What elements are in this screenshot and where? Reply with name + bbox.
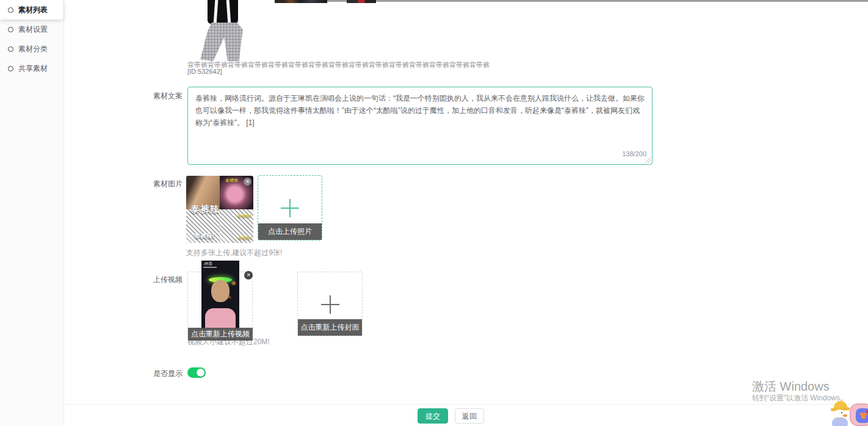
upload-photo-button[interactable]: 点击上传照片 <box>258 175 322 240</box>
meme-text: 泰裤辣 <box>225 178 238 184</box>
suspender-strap <box>214 0 219 24</box>
submit-button[interactable]: 提交 <box>418 408 448 424</box>
sidebar-item-material-category[interactable]: 素材分类 <box>0 39 63 59</box>
copy-textarea[interactable]: 泰裤辣，网络流行词。源自于王琳凯在演唱会上说的一句话：“我是一个特别固执的人，我… <box>187 87 653 165</box>
uploaded-photo-thumbnail[interactable]: 泰裤辣 泰裤辣! 泰裤辣 泰裤辣! 泰裤辣! ✕ <box>186 176 253 243</box>
menu-circle-icon <box>8 46 13 52</box>
images-label: 素材图片 <box>153 179 184 189</box>
back-button[interactable]: 返回 <box>455 408 484 424</box>
char-counter: 138/200 <box>620 150 646 157</box>
toggle-knob <box>197 369 204 377</box>
windows-activation-watermark: 激活 Windows <box>752 378 830 395</box>
copy-label: 素材文案 <box>153 91 184 101</box>
mascot-duck[interactable] <box>828 400 853 426</box>
meme-text: 泰裤辣 <box>190 204 220 215</box>
close-icon[interactable]: ✕ <box>244 271 253 280</box>
background-light <box>232 281 236 285</box>
douyin-logo-subtext <box>203 267 217 268</box>
upload-cover-box[interactable]: 点击重新上传封面 <box>297 272 363 336</box>
plus-icon <box>321 295 339 314</box>
video-person-face <box>211 280 230 302</box>
shirt-icon <box>859 413 867 419</box>
sidebar-item-label: 素材列表 <box>18 5 48 15</box>
footer-bar: 提交 返回 <box>64 404 868 426</box>
suspender-strap <box>226 0 231 24</box>
reupload-video-button[interactable]: 点击重新上传视频 <box>188 328 253 341</box>
reupload-cover-button[interactable]: 点击重新上传封面 <box>298 319 362 336</box>
upload-photo-bar[interactable]: 点击上传照片 <box>258 223 322 240</box>
video-label: 上传视频 <box>153 275 184 285</box>
meme-text: 泰裤辣! <box>237 213 251 219</box>
material-preview-image <box>195 0 250 61</box>
douyin-logo: ♪抖音 <box>203 262 212 266</box>
copy-field-wrapper: 泰裤辣，网络流行词。源自于王琳凯在演唱会上说的一句话：“我是一个特别固执的人，我… <box>187 87 653 165</box>
plus-icon <box>281 199 299 217</box>
pants-image-top <box>208 0 238 24</box>
display-label: 是否显示 <box>153 369 184 379</box>
cutoff-image-fragment <box>347 0 376 3</box>
display-toggle[interactable] <box>187 367 206 378</box>
images-hint: 支持多张上传,建议不超过9张! <box>186 248 282 258</box>
close-icon[interactable]: ✕ <box>244 178 251 186</box>
menu-circle-icon <box>8 7 13 13</box>
duck-beak <box>843 414 847 417</box>
chat-widget-panel <box>856 408 868 423</box>
meme-text: 泰裤辣! <box>194 232 214 240</box>
material-id: [ID:532642] <box>187 68 222 75</box>
uploaded-video-thumbnail[interactable]: ♪抖音 <box>201 261 239 329</box>
menu-circle-icon <box>8 66 13 71</box>
meme-text: 泰裤辣! <box>238 235 252 241</box>
sidebar: 素材列表 素材设置 素材分类 共享素材 <box>0 0 64 426</box>
sidebar-item-label: 共享素材 <box>18 63 48 74</box>
sidebar-item-material-list[interactable]: 素材列表 <box>0 0 63 20</box>
sidebar-item-material-settings[interactable]: 素材设置 <box>0 20 63 39</box>
video-person-shirt <box>205 308 236 329</box>
pants-image-legs <box>199 23 247 61</box>
resize-handle-icon[interactable] <box>645 157 651 163</box>
sidebar-item-label: 素材设置 <box>18 24 48 35</box>
material-title: 背带裤背带裤背带裤背带裤背带裤背带裤背带裤背带裤背带裤背带裤背带裤背带裤背带裤背… <box>187 60 566 70</box>
sidebar-item-label: 素材分类 <box>18 44 48 54</box>
cutoff-image-fragment <box>275 0 327 3</box>
sidebar-item-shared-material[interactable]: 共享素材 <box>0 59 63 78</box>
duck-eye <box>841 412 842 413</box>
menu-circle-icon <box>8 27 13 32</box>
